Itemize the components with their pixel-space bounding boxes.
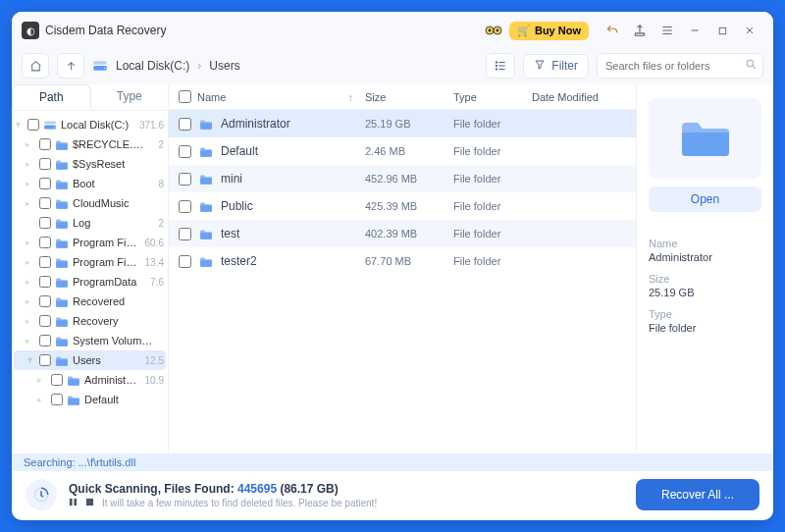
svg-rect-9 [719, 27, 725, 33]
col-date[interactable]: Date Modified [526, 91, 628, 103]
expand-icon[interactable]: ▸ [26, 336, 35, 346]
folder-tree[interactable]: ▼Local Disk(C:)371.6▸$RECYCLE.BIN2▸$SysR… [12, 111, 168, 453]
tree-label: $RECYCLE.BIN [73, 138, 150, 150]
col-name[interactable]: Name ↑ [173, 90, 359, 103]
row-size: 452.96 MB [359, 173, 447, 185]
update-icon[interactable] [626, 18, 654, 43]
breadcrumb-root[interactable]: Local Disk(C:) [116, 59, 189, 73]
expand-icon[interactable]: ▸ [26, 238, 35, 247]
tree-checkbox[interactable] [39, 197, 51, 209]
tab-path[interactable]: Path [12, 84, 91, 110]
filter-button[interactable]: Filter [523, 54, 589, 79]
tree-checkbox[interactable] [39, 335, 51, 346]
tab-type[interactable]: Type [91, 84, 169, 110]
recover-all-button[interactable]: Recover All ... [636, 479, 759, 510]
row-size: 402.39 MB [359, 228, 447, 239]
tree-item[interactable]: ▸Recovery [14, 311, 166, 331]
expand-icon[interactable]: ▸ [26, 316, 35, 326]
row-checkbox[interactable] [179, 200, 191, 213]
view-list-button[interactable] [486, 53, 515, 79]
table-row[interactable]: Default2.46 MBFile folder [169, 137, 636, 165]
row-checkbox[interactable] [179, 173, 191, 186]
tree-item[interactable]: ▸Administrator10.9 [14, 370, 166, 390]
tree-item[interactable]: ▸Program Files (x86)13.4 [14, 252, 166, 272]
details-pane: Open Name Administrator Size 25.19 GB Ty… [636, 84, 773, 453]
close-icon[interactable] [736, 18, 763, 43]
tree-checkbox[interactable] [39, 276, 51, 288]
expand-icon[interactable]: ▸ [26, 257, 35, 267]
search-box[interactable] [597, 53, 763, 79]
expand-icon[interactable]: ▸ [37, 395, 47, 404]
tree-checkbox[interactable] [39, 138, 51, 150]
col-type[interactable]: Type [447, 91, 526, 103]
tree-checkbox[interactable] [51, 374, 63, 386]
tree-checkbox[interactable] [39, 315, 51, 327]
tree-item[interactable]: Log2 [14, 213, 166, 233]
expand-icon[interactable]: ▼ [14, 120, 24, 130]
maximize-icon[interactable] [708, 18, 736, 43]
minimize-icon[interactable] [681, 18, 708, 43]
expand-icon[interactable]: ▸ [26, 139, 35, 149]
expand-icon[interactable]: ▸ [26, 296, 35, 306]
expand-icon[interactable]: ▸ [26, 179, 35, 188]
tree-checkbox[interactable] [39, 256, 51, 268]
select-all-checkbox[interactable] [179, 90, 191, 103]
tree-label: Local Disk(C:) [61, 119, 131, 131]
tree-item[interactable]: ▸$SysReset [14, 154, 166, 174]
tree-checkbox[interactable] [39, 178, 51, 189]
tree-item[interactable]: ▼Users12.5 [14, 350, 166, 370]
svg-point-17 [497, 65, 497, 66]
open-button[interactable]: Open [649, 186, 761, 212]
table-row[interactable]: mini452.96 MBFile folder [169, 165, 636, 192]
expand-icon[interactable]: ▸ [26, 198, 35, 208]
table-row[interactable]: tester267.70 MBFile folder [169, 247, 636, 275]
tree-checkbox[interactable] [51, 394, 63, 405]
expand-icon[interactable]: ▸ [26, 159, 35, 169]
row-size: 67.70 MB [359, 255, 447, 267]
svg-point-19 [497, 69, 497, 70]
tree-checkbox[interactable] [39, 354, 51, 366]
tree-checkbox[interactable] [39, 158, 51, 170]
buy-now-button[interactable]: 🛒 Buy Now [509, 22, 589, 40]
tree-item[interactable]: ▼Local Disk(C:)371.6 [14, 115, 166, 134]
table-row[interactable]: Public425.39 MBFile folder [169, 192, 636, 220]
pause-button[interactable] [69, 498, 78, 508]
row-checkbox[interactable] [179, 255, 191, 268]
tree-checkbox[interactable] [39, 237, 51, 248]
tree-checkbox[interactable] [39, 295, 51, 307]
search-input[interactable] [605, 60, 741, 72]
row-checkbox[interactable] [179, 228, 191, 240]
stop-button[interactable] [85, 498, 94, 508]
up-button[interactable] [57, 53, 84, 79]
tree-item[interactable]: ▸ProgramData7.6 [14, 272, 166, 292]
undo-icon[interactable] [599, 18, 626, 43]
tree-size: 371.6 [139, 120, 164, 131]
tree-item[interactable]: ▸$RECYCLE.BIN2 [14, 134, 166, 154]
expand-icon[interactable]: ▸ [37, 375, 47, 385]
tree-label: Administrator [84, 374, 137, 386]
table-row[interactable]: test402.39 MBFile folder [169, 220, 636, 247]
funnel-icon [534, 59, 546, 74]
expand-icon[interactable]: ▸ [26, 277, 35, 287]
tree-size: 13.4 [145, 257, 164, 268]
tree-checkbox[interactable] [27, 119, 39, 131]
search-icon [745, 57, 758, 75]
table-row[interactable]: Administrator25.19 GBFile folder [169, 110, 636, 137]
tree-item[interactable]: ▸Recovered [14, 292, 166, 311]
menu-icon[interactable] [654, 18, 681, 43]
tree-checkbox[interactable] [39, 217, 51, 229]
breadcrumb-folder[interactable]: Users [209, 59, 239, 73]
row-checkbox[interactable] [179, 118, 191, 131]
svg-rect-29 [86, 498, 93, 505]
row-checkbox[interactable] [179, 145, 191, 158]
tree-item[interactable]: ▸Program Files60.6 [14, 233, 166, 252]
col-size[interactable]: Size [359, 91, 447, 103]
tree-item[interactable]: ▸CloudMusic [14, 193, 166, 213]
expand-icon[interactable]: ▼ [26, 355, 35, 365]
tree-item[interactable]: ▸Boot8 [14, 174, 166, 193]
tree-item[interactable]: ▸Default [14, 390, 166, 409]
tree-size: 2 [158, 218, 164, 229]
tree-item[interactable]: ▸System Volume Inform... [14, 331, 166, 350]
scan-total: (86.17 GB) [277, 482, 339, 496]
home-button[interactable] [22, 53, 49, 79]
